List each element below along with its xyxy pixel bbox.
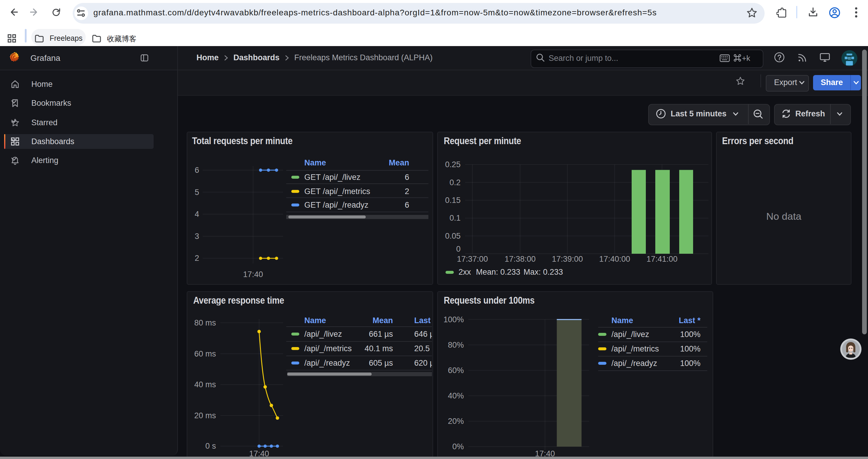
svg-text:40 ms: 40 ms	[194, 380, 216, 389]
svg-text:Mean: Mean	[373, 316, 393, 325]
svg-text:GET /api/_/livez: GET /api/_/livez	[304, 173, 361, 182]
svg-text:2xx: 2xx	[459, 268, 471, 276]
svg-text:646 µs: 646 µs	[414, 330, 432, 338]
svg-text:620 µs: 620 µs	[414, 359, 432, 367]
svg-text:/api/_/metrics: /api/_/metrics	[304, 344, 352, 353]
svg-text:GET /api/_/readyz: GET /api/_/readyz	[304, 201, 368, 209]
svg-text:80%: 80%	[448, 340, 464, 350]
svg-text:/api/_/metrics: /api/_/metrics	[612, 345, 659, 353]
svg-text:/api/_/readyz: /api/_/readyz	[612, 359, 657, 368]
svg-text:80 ms: 80 ms	[194, 319, 216, 327]
svg-text:Name: Name	[304, 316, 326, 325]
svg-text:2: 2	[195, 254, 199, 263]
svg-text:Last *: Last *	[679, 316, 701, 325]
svg-text:0.15: 0.15	[445, 196, 461, 205]
svg-text:Max: 0.233: Max: 0.233	[524, 268, 563, 276]
svg-text:Last *: Last *	[414, 316, 432, 325]
svg-text:17:39:00: 17:39:00	[552, 255, 583, 263]
svg-text:6: 6	[405, 173, 409, 182]
svg-text:17:40: 17:40	[243, 270, 263, 279]
svg-text:17:40: 17:40	[249, 449, 269, 457]
svg-text:0 s: 0 s	[205, 441, 216, 451]
svg-text:6: 6	[195, 166, 199, 174]
svg-text:100%: 100%	[443, 315, 464, 324]
svg-text:60 ms: 60 ms	[194, 350, 216, 358]
svg-text:661 µs: 661 µs	[369, 330, 393, 338]
svg-text:17:41:00: 17:41:00	[646, 255, 677, 263]
svg-text:100%: 100%	[680, 345, 701, 353]
svg-text:0.05: 0.05	[445, 232, 461, 240]
svg-text:2: 2	[405, 187, 409, 196]
svg-text:20.5 ms: 20.5 ms	[414, 344, 432, 353]
svg-text:0.2: 0.2	[450, 178, 461, 187]
svg-text:5: 5	[195, 188, 199, 197]
svg-text:0.1: 0.1	[450, 214, 461, 222]
svg-text:6: 6	[405, 201, 409, 209]
svg-text:/api/_/readyz: /api/_/readyz	[304, 359, 350, 367]
svg-text:20 ms: 20 ms	[194, 411, 216, 420]
svg-text:17:40: 17:40	[535, 449, 555, 457]
svg-text:4: 4	[195, 210, 199, 219]
svg-text:17:37:00: 17:37:00	[457, 255, 488, 263]
svg-text:17:40:00: 17:40:00	[599, 255, 630, 263]
svg-text:/api/_/livez: /api/_/livez	[304, 330, 342, 338]
svg-text:0%: 0%	[452, 442, 464, 451]
svg-text:60%: 60%	[448, 366, 464, 375]
svg-text:17:38:00: 17:38:00	[505, 255, 536, 263]
svg-text:Mean: 0.233: Mean: 0.233	[476, 268, 520, 276]
svg-text:605 µs: 605 µs	[369, 359, 393, 367]
svg-text:100%: 100%	[680, 330, 701, 339]
svg-text:40%: 40%	[448, 391, 464, 400]
svg-text:0: 0	[456, 244, 461, 254]
svg-text:Name: Name	[304, 158, 326, 167]
svg-text:Mean: Mean	[389, 158, 409, 167]
svg-text:Name: Name	[612, 316, 633, 325]
svg-text:/api/_/livez: /api/_/livez	[612, 330, 649, 339]
svg-text:3: 3	[195, 232, 199, 241]
svg-text:20%: 20%	[448, 417, 464, 426]
svg-text:0.25: 0.25	[445, 160, 461, 169]
svg-text:100%: 100%	[680, 359, 701, 368]
svg-text:GET /api/_/metrics: GET /api/_/metrics	[304, 187, 370, 196]
svg-text:40.1 ms: 40.1 ms	[365, 344, 393, 353]
